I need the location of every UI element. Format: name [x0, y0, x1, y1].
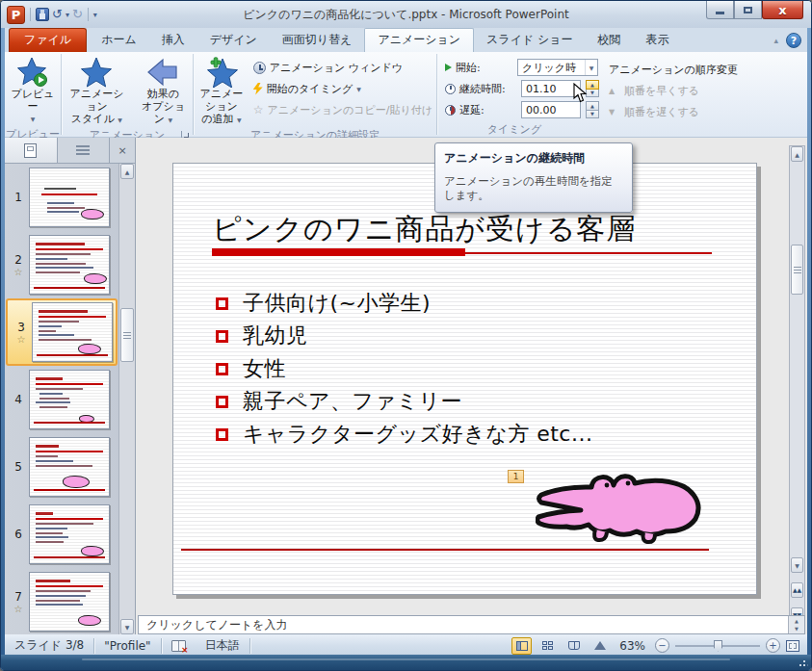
- bullet-square-icon: [216, 428, 228, 441]
- slides-tab[interactable]: [5, 138, 58, 163]
- animation-pane-button[interactable]: アニメーション ウィンドウ: [249, 57, 436, 78]
- redo-button[interactable]: ↻: [72, 7, 83, 22]
- thumbnail-list: 1 2☆: [5, 164, 118, 634]
- powerpoint-app-icon[interactable]: P: [7, 6, 25, 24]
- previous-slide-button[interactable]: ▲▲: [791, 582, 803, 598]
- reorder-animation-label: アニメーションの順序変更: [609, 59, 738, 80]
- start-icon: [445, 64, 452, 71]
- panel-scrollbar[interactable]: ▲ ▼: [118, 164, 135, 634]
- slide-body[interactable]: 子供向け(~小学生) 乳幼児 女性 親子ペア、ファミリー キャラクターグッズ好き…: [216, 289, 592, 452]
- panel-scroll-down[interactable]: ▼: [120, 619, 134, 634]
- effect-options-button[interactable]: 効果の オプション ▼: [134, 55, 193, 128]
- delay-label: 遅延:: [459, 103, 517, 117]
- timing-group-label: タイミング: [437, 122, 591, 137]
- animation-order-badge[interactable]: 1: [508, 470, 524, 483]
- theme-name: "Profile": [94, 634, 160, 657]
- maximize-button[interactable]: [734, 1, 762, 19]
- scroll-down-button[interactable]: ▼: [791, 557, 803, 573]
- scroll-thumb[interactable]: [791, 245, 803, 295]
- thumbnail-image: [29, 572, 110, 632]
- outline-tab[interactable]: [58, 138, 111, 163]
- close-button[interactable]: x: [762, 1, 803, 19]
- slide-title[interactable]: ピンクのワニ商品が受ける客層: [212, 210, 636, 249]
- delay-field[interactable]: 00.00: [521, 101, 581, 118]
- duration-field[interactable]: 01.10: [521, 80, 581, 97]
- preview-button[interactable]: プレビュー ▼: [5, 55, 61, 127]
- animation-painter-icon: ☆: [253, 104, 264, 116]
- main-scrollbar[interactable]: ▲ ▼ ▲▲ ▼▼: [789, 145, 805, 624]
- move-later-button[interactable]: ▼ 順番を遅くする: [609, 101, 738, 122]
- add-animation-button[interactable]: アニメーション の追加 ▼: [194, 55, 249, 128]
- panel-close-button[interactable]: ×: [110, 138, 135, 163]
- customize-qat-icon[interactable]: ▾: [93, 11, 97, 19]
- up-arrow-icon: ▲: [609, 87, 620, 95]
- slide-thumbnail-3-selected[interactable]: 3☆: [6, 298, 118, 366]
- spellcheck-status[interactable]: ×: [162, 634, 196, 657]
- tab-design[interactable]: デザイン: [197, 29, 270, 52]
- pink-crocodile-image[interactable]: [536, 472, 711, 549]
- ribbon: プレビュー ▼ プレビュー アニメーション スタイル ▼: [5, 52, 807, 138]
- left-arrow-icon: [146, 57, 179, 88]
- dropdown-arrow-icon: ▼: [31, 113, 36, 125]
- slide-thumbnail-5[interactable]: 5: [5, 433, 118, 501]
- zoom-in-button[interactable]: +: [766, 638, 780, 653]
- window-border-bottom: [1, 655, 811, 670]
- notes-scrollbar[interactable]: ▲ ▼: [788, 616, 804, 633]
- normal-view-button[interactable]: [511, 637, 532, 655]
- thumbnail-image: [29, 235, 110, 295]
- tab-review[interactable]: 校閲: [586, 29, 634, 52]
- panel-scroll-up[interactable]: ▲: [120, 164, 134, 179]
- slide-thumbnail-7[interactable]: 7☆: [5, 568, 118, 634]
- slideshow-icon: [594, 641, 606, 650]
- collapse-ribbon-icon[interactable]: ▴: [773, 36, 778, 45]
- tab-home[interactable]: ホーム: [89, 29, 149, 52]
- slide-thumbnail-6[interactable]: 6: [5, 501, 118, 568]
- zoom-slider[interactable]: [675, 645, 760, 647]
- slide-thumbnail-4[interactable]: 4: [5, 366, 118, 433]
- tab-transitions[interactable]: 画面切り替え: [270, 29, 365, 52]
- animation-star-icon: ☆: [17, 334, 26, 345]
- undo-button[interactable]: ↺: [52, 7, 63, 22]
- minimize-icon: [716, 12, 724, 14]
- tab-file[interactable]: ファイル: [9, 28, 87, 52]
- help-icon[interactable]: ?: [786, 33, 801, 48]
- combobox-arrow-icon[interactable]: ▼: [585, 60, 597, 75]
- notes-pane: クリックしてノートを入力 ▲ ▼: [138, 615, 805, 634]
- slide-sorter-view-button[interactable]: [537, 637, 558, 655]
- animation-painter-button[interactable]: ☆ アニメーションのコピー/貼り付け: [249, 99, 436, 120]
- panel-scroll-thumb[interactable]: [120, 308, 134, 362]
- slide-number: 6: [8, 528, 29, 541]
- divider: [88, 8, 89, 21]
- slide-sorter-icon: [542, 641, 553, 650]
- notes-scroll-down[interactable]: ▼: [795, 626, 799, 632]
- scroll-up-button[interactable]: ▲: [791, 146, 803, 162]
- tab-view[interactable]: 表示: [634, 29, 682, 52]
- start-combobox[interactable]: クリック時 ▼: [517, 59, 598, 76]
- delay-spin-down[interactable]: ▼: [586, 111, 599, 119]
- animation-styles-button[interactable]: アニメーション スタイル ▼: [62, 55, 132, 128]
- slide-canvas[interactable]: ピンクのワニ商品が受ける客層 子供向け(~小学生) 乳幼児 女性 親子ペア、ファ…: [172, 163, 757, 595]
- undo-dropdown-icon[interactable]: ▾: [65, 11, 69, 19]
- reading-view-button[interactable]: [563, 637, 584, 655]
- notes-input[interactable]: クリックしてノートを入力: [139, 617, 788, 633]
- zoom-level[interactable]: 63%: [616, 639, 649, 653]
- notes-scroll-up[interactable]: ▲: [795, 618, 799, 624]
- tab-animations[interactable]: アニメーション: [364, 28, 474, 52]
- resize-grip[interactable]: [799, 658, 808, 667]
- save-icon[interactable]: [36, 8, 49, 21]
- tab-insert[interactable]: 挿入: [149, 29, 197, 52]
- animation-pane-icon: [253, 62, 266, 74]
- slide-thumbnail-2[interactable]: 2☆: [5, 231, 118, 298]
- trigger-button[interactable]: 開始のタイミング ▼: [249, 78, 436, 99]
- dropdown-arrow-icon: ▼: [237, 116, 242, 123]
- zoom-slider-thumb[interactable]: [714, 640, 722, 652]
- slideshow-view-button[interactable]: [589, 637, 610, 655]
- slide-thumbnail-1[interactable]: 1: [5, 164, 118, 231]
- zoom-out-button[interactable]: −: [655, 638, 669, 653]
- fit-to-window-button[interactable]: [786, 640, 799, 652]
- animation-group: アニメーション スタイル ▼ 効果の オプション ▼ アニメーション: [62, 52, 193, 137]
- move-earlier-button[interactable]: ▲ 順番を早くする: [609, 80, 738, 101]
- tab-slideshow[interactable]: スライド ショー: [474, 29, 586, 52]
- minimize-button[interactable]: [706, 1, 734, 19]
- language-status[interactable]: 日本語: [196, 634, 249, 657]
